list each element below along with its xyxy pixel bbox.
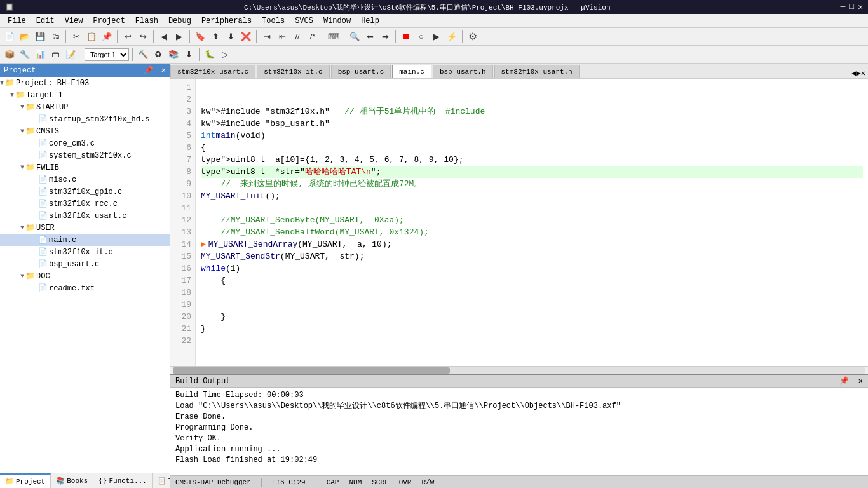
editor-tab-bsp_usart-c[interactable]: bsp_usart.c [331, 65, 391, 78]
menu-item-window[interactable]: Window [318, 15, 356, 27]
editor-tab-bsp_usart-h[interactable]: bsp_usart.h [433, 65, 493, 78]
bookmark-next-button[interactable]: ⬇ [224, 30, 238, 44]
tab-close-icon[interactable]: ✕ [861, 69, 865, 78]
bookmark-prev-button[interactable]: ⬆ [208, 30, 222, 44]
sidebar-tab-functi-[interactable]: {} Functi... [93, 473, 153, 488]
nav-back-button[interactable]: ◀ [157, 30, 171, 44]
tree-item[interactable]: 📄 misc.c [0, 173, 170, 186]
code-content[interactable]: kw">#include "stm32f10x.h" // 相当于51单片机中的… [196, 79, 868, 366]
save-all-button[interactable]: 🗂 [48, 30, 62, 44]
uncomment-button[interactable]: /* [306, 30, 320, 44]
tb2-btn5[interactable]: 📝 [64, 48, 78, 62]
tab-scroll-left-icon[interactable]: ◀ [851, 69, 856, 78]
batch-build-button[interactable]: 📚 [166, 48, 180, 62]
tree-item[interactable]: ▼📁 Project: BH-F103 [0, 77, 170, 89]
menu-item-svcs[interactable]: SVCS [290, 15, 318, 27]
menu-item-view[interactable]: View [60, 15, 88, 27]
maximize-button[interactable]: □ [849, 2, 854, 12]
sidebar-close-button[interactable]: ✕ [161, 66, 166, 75]
close-button[interactable]: ✕ [858, 2, 863, 12]
build-close-button[interactable]: ✕ [858, 377, 863, 386]
keyboard-button[interactable]: ⌨ [327, 30, 341, 44]
tree-item[interactable]: 📄 readme.txt [0, 282, 170, 294]
debug-run2-button[interactable]: ▷ [218, 48, 232, 62]
next-button2[interactable]: ➡ [378, 30, 392, 44]
sidebar-pin-button[interactable]: 📌 [144, 66, 153, 75]
status-sep-2 [316, 478, 316, 487]
tree-item[interactable]: 📄 stm32f10x_gpio.c [0, 186, 170, 198]
debug-run-button[interactable]: ▶ [430, 30, 444, 44]
minimize-button[interactable]: ─ [841, 2, 846, 12]
unindent-button[interactable]: ⇤ [275, 30, 289, 44]
cut-button[interactable]: ✂ [69, 30, 83, 44]
bookmark-button[interactable]: 🔖 [193, 30, 207, 44]
target-dropdown[interactable]: Target 1Target 1 [85, 48, 129, 61]
tree-item[interactable]: 📄 stm32f10x_it.c [0, 246, 170, 258]
flash-download-button[interactable]: ⬇ [182, 48, 196, 62]
build-pin-button[interactable]: 📌 [839, 377, 849, 386]
sidebar-tab-books[interactable]: 📚 Books [51, 473, 93, 488]
tb2-btn3[interactable]: 📊 [33, 48, 47, 62]
debug-flash-button[interactable]: ⚡ [445, 30, 459, 44]
menu-item-peripherals[interactable]: Peripherals [196, 15, 257, 27]
menu-item-debug[interactable]: Debug [163, 15, 196, 27]
tree-item[interactable]: ▼📁 STARTUP [0, 101, 170, 113]
settings-button[interactable]: ⚙ [466, 30, 480, 44]
open-file-button[interactable]: 📂 [18, 30, 32, 44]
tb2-btn4[interactable]: 🗃 [48, 48, 62, 62]
new-file-button[interactable]: 📄 [3, 30, 17, 44]
editor-tab-label: stm32f10x_usart.h [501, 68, 573, 76]
build-output-panel: Build Output 📌 ✕ Build Time Elapsed: 00:… [170, 374, 868, 475]
scroll-track[interactable] [173, 367, 865, 374]
editor-tab-stm32f10x_usart-h[interactable]: stm32f10x_usart.h [494, 65, 580, 78]
tab-scroll-controls[interactable]: ◀▶✕ [849, 69, 868, 78]
editor-tab-main-c[interactable]: main.c [392, 65, 431, 78]
folder-icon: 📁 [5, 78, 15, 88]
build-button[interactable]: 🔨 [136, 48, 150, 62]
debug-stop-button[interactable]: ⏹ [399, 30, 413, 44]
menu-item-tools[interactable]: Tools [257, 15, 290, 27]
debug-step-button[interactable]: ○ [414, 30, 428, 44]
debug-start-button[interactable]: 🐛 [203, 48, 217, 62]
rebuild-button[interactable]: ♻ [151, 48, 165, 62]
tree-item[interactable]: 📄 main.c [0, 234, 170, 246]
tree-item[interactable]: 📄 stm32f10x_usart.c [0, 210, 170, 222]
menu-item-flash[interactable]: Flash [130, 15, 163, 27]
tree-item[interactable]: 📄 system_stm32f10x.c [0, 149, 170, 161]
tree-item[interactable]: ▼📁 Target 1 [0, 89, 170, 101]
copy-button[interactable]: 📋 [85, 30, 98, 44]
menu-item-help[interactable]: Help [356, 15, 384, 27]
menu-item-edit[interactable]: Edit [31, 15, 60, 27]
prev-button[interactable]: ⬅ [363, 30, 377, 44]
build-output-header: Build Output 📌 ✕ [170, 375, 868, 388]
redo-button[interactable]: ↪ [136, 30, 150, 44]
code-line: kw">#include "stm32f10x.h" // 相当于51单片机中的… [201, 105, 863, 118]
tree-item[interactable]: ▼📁 USER [0, 222, 170, 234]
scroll-thumb[interactable] [173, 367, 450, 374]
tab-scroll-right-icon[interactable]: ▶ [857, 69, 861, 78]
tree-item[interactable]: ▼📁 DOC [0, 270, 170, 282]
paste-button[interactable]: 📌 [100, 30, 114, 44]
indent-button[interactable]: ⇥ [260, 30, 274, 44]
clear-bookmark-button[interactable]: ❌ [239, 30, 253, 44]
nav-fwd-button[interactable]: ▶ [172, 30, 186, 44]
tree-item[interactable]: ▼📁 FWLIB [0, 161, 170, 173]
menu-item-project[interactable]: Project [88, 15, 130, 27]
save-button[interactable]: 💾 [33, 30, 47, 44]
tb2-btn1[interactable]: 📦 [3, 48, 17, 62]
editor-horizontal-scrollbar[interactable] [170, 366, 868, 374]
tree-item[interactable]: ▼📁 CMSIS [0, 125, 170, 137]
menu-item-file[interactable]: File [3, 15, 31, 27]
tree-item[interactable]: 📄 core_cm3.c [0, 137, 170, 149]
tree-item[interactable]: 📄 stm32f10x_rcc.c [0, 198, 170, 210]
find-button[interactable]: 🔍 [348, 30, 362, 44]
undo-button[interactable]: ↩ [121, 30, 135, 44]
sidebar-tab-project[interactable]: 📁 Project [0, 473, 51, 488]
tree-item[interactable]: 📄 bsp_usart.c [0, 258, 170, 270]
editor-tab-stm32f10x_usart-c[interactable]: stm32f10x_usart.c [170, 65, 255, 78]
comment-button[interactable]: // [290, 30, 304, 44]
tree-item[interactable]: 📄 startup_stm32f10x_hd.s [0, 113, 170, 125]
tb2-btn2[interactable]: 🔧 [18, 48, 32, 62]
editor-tab-stm32f10x_it-c[interactable]: stm32f10x_it.c [257, 65, 329, 78]
code-editor[interactable]: 12345678910111213141516171819202122 kw">… [170, 79, 868, 366]
